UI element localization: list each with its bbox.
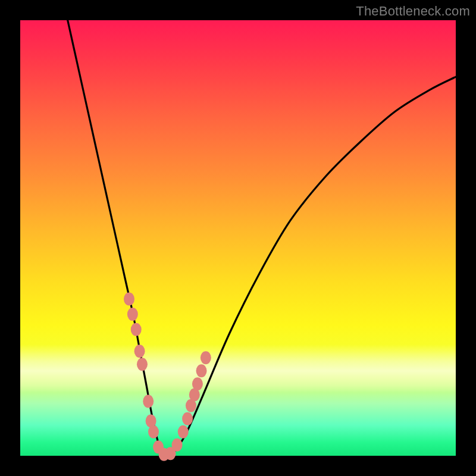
data-dot	[172, 439, 183, 452]
curve-layer	[20, 20, 456, 456]
data-dot	[134, 345, 145, 358]
data-dot	[127, 308, 138, 321]
watermark-text: TheBottleneck.com	[356, 4, 470, 19]
data-dot	[137, 358, 148, 371]
chart-frame: TheBottleneck.com	[0, 0, 476, 476]
data-dot	[192, 377, 203, 390]
data-dot	[148, 425, 159, 439]
data-dots-group	[124, 292, 211, 461]
data-dot	[178, 425, 189, 439]
data-dot	[131, 323, 142, 336]
data-dot	[143, 395, 154, 408]
bottleneck-curve	[64, 3, 456, 457]
data-dot	[201, 351, 211, 364]
data-dot	[124, 292, 134, 305]
data-dot	[182, 412, 193, 425]
plot-area	[20, 20, 456, 456]
data-dot	[196, 364, 207, 377]
